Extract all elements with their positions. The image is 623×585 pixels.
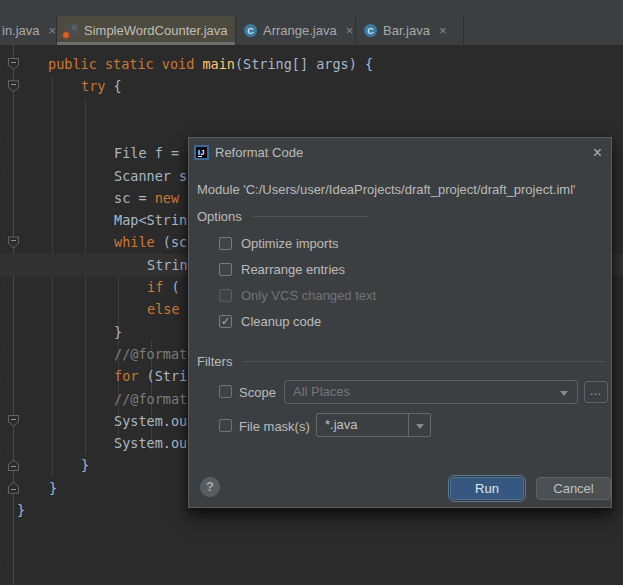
fold-marker-icon[interactable] [8, 482, 19, 494]
rearrange-entries-checkbox[interactable] [219, 263, 232, 276]
intellij-logo-icon: IJ [194, 145, 209, 160]
cleanup-code-checkbox[interactable]: ✓ [219, 315, 232, 328]
file-mask-label: File mask(s) [239, 420, 310, 433]
options-section-label: Options [197, 209, 242, 224]
optimize-imports-checkbox[interactable] [219, 237, 232, 250]
scope-browse-button[interactable]: … [584, 381, 608, 403]
code-line: Scanner s [114, 165, 187, 187]
tab-label: Arrange.java [263, 23, 337, 38]
file-mask-combobox[interactable]: *.java [316, 413, 431, 437]
reformat-code-dialog: IJ Reformat Code × Module 'C:/Users/user… [188, 137, 612, 508]
code-line: File f = [114, 142, 187, 164]
indent-guide [52, 77, 53, 477]
code-line: //@format [114, 388, 187, 410]
file-mask-checkbox[interactable] [219, 419, 232, 432]
code-line: //@format [114, 343, 187, 365]
help-button[interactable]: ? [200, 477, 220, 497]
section-separator-line [243, 361, 605, 362]
file-mask-value: *.java [325, 417, 358, 432]
gutter-fold-line [13, 45, 14, 585]
option-label: Optimize imports [241, 236, 339, 251]
scope-label: Scope [239, 386, 276, 399]
class-icon: C [364, 24, 377, 37]
tab-close-icon[interactable]: × [346, 23, 354, 38]
module-path-label: Module 'C:/Users/user/IdeaProjects/draft… [197, 182, 605, 197]
option-label: Only VCS changed text [241, 288, 376, 303]
tab-in-java[interactable]: in.java× [0, 16, 57, 45]
option-row: Optimize imports [219, 230, 376, 256]
code-line: sc = new [114, 187, 187, 209]
tab-close-icon[interactable]: × [49, 23, 57, 38]
tab-label: SimpleWordCounter.java [84, 23, 228, 38]
only-vcs-changed-text-checkbox [219, 289, 232, 302]
code-line: if ( [147, 276, 180, 298]
tab-bar-java[interactable]: CBar.java× [356, 16, 464, 45]
code-line: } [49, 477, 57, 499]
filters-section-label: Filters [197, 354, 232, 369]
tab-label: Bar.java [383, 23, 430, 38]
indent-guide [85, 99, 86, 455]
tab-arrange-java[interactable]: CArrange.java× [236, 16, 356, 45]
scope-dropdown-value: All Places [293, 384, 350, 399]
tab-strip: in.java×SimpleWordCounter.java×CArrange.… [0, 16, 464, 45]
fold-marker-icon[interactable] [8, 236, 19, 248]
option-row: ✓Cleanup code [219, 308, 376, 334]
option-row: Only VCS changed text [219, 282, 376, 308]
scope-dropdown[interactable]: All Places [284, 380, 578, 404]
tab-label: in.java [2, 23, 40, 38]
editor-tab-bar: in.java×SimpleWordCounter.java×CArrange.… [0, 0, 623, 45]
options-list: Optimize importsRearrange entriesOnly VC… [219, 230, 376, 334]
java-file-icon [65, 24, 78, 37]
tab-close-icon[interactable]: × [439, 23, 447, 38]
code-line: System.ou [114, 432, 187, 454]
code-line: else [147, 298, 180, 320]
options-section-header: Options [197, 209, 597, 224]
scope-checkbox[interactable] [219, 385, 232, 398]
fold-marker-icon[interactable] [8, 415, 19, 427]
file-mask-dropdown-button[interactable] [408, 414, 430, 436]
fold-marker-icon[interactable] [8, 459, 19, 471]
code-line: public static void main(String[] args) { [48, 53, 373, 75]
code-line: while (sc [114, 231, 187, 253]
fold-marker-icon[interactable] [8, 58, 19, 70]
code-line: Strin [147, 254, 188, 276]
code-line: } [81, 454, 89, 476]
code-line: for (Stri [114, 365, 187, 387]
option-label: Rearrange entries [241, 262, 345, 277]
dialog-close-icon[interactable]: × [593, 141, 602, 165]
code-line: System.ou [114, 410, 187, 432]
fold-marker-icon[interactable] [8, 80, 19, 92]
run-button[interactable]: Run [450, 477, 524, 500]
code-line: } [17, 499, 25, 521]
code-line: Map<Strin [114, 209, 187, 231]
dialog-title: Reformat Code [215, 138, 303, 168]
chevron-down-icon [416, 424, 424, 429]
class-icon: C [244, 24, 257, 37]
option-label: Cleanup code [241, 314, 321, 329]
gutter-dots [6, 70, 7, 580]
tab-simplewordcounter-java[interactable]: SimpleWordCounter.java× [57, 16, 236, 45]
cancel-button[interactable]: Cancel [536, 477, 611, 500]
filters-section-header: Filters [197, 354, 605, 369]
chevron-down-icon [560, 391, 568, 396]
option-row: Rearrange entries [219, 256, 376, 282]
code-line: try { [81, 75, 122, 97]
section-separator-line [253, 216, 369, 217]
gutter-dots [3, 59, 4, 579]
code-line: } [114, 321, 122, 343]
